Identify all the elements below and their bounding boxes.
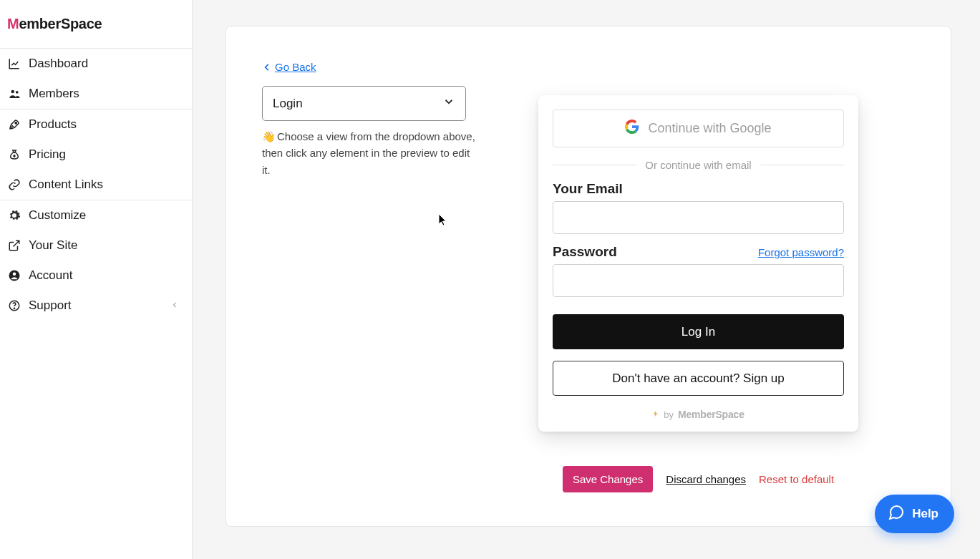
password-label: Password [553,244,617,260]
help-label: Help [912,507,938,521]
svg-point-6 [14,308,14,308]
card-footer: by MemberSpace [553,409,844,420]
sidebar-item-label: Your Site [29,238,77,253]
login-button[interactable]: Log In [553,314,844,349]
signup-button[interactable]: Don't have an account? Sign up [553,361,844,396]
gear-icon [7,208,21,223]
sidebar-item-support[interactable]: Support [0,291,192,321]
sidebar-item-label: Support [29,298,72,313]
nav-group-3: Customize Your Site Account Support [0,200,192,321]
sidebar-item-members[interactable]: Members [0,79,192,109]
sidebar-item-content-links[interactable]: Content Links [0,170,192,200]
go-back-label: Go Back [275,61,316,73]
chevron-down-icon [442,95,455,112]
sidebar-item-dashboard[interactable]: Dashboard [0,49,192,79]
sidebar-item-label: Account [29,268,72,283]
bolt-icon [652,409,659,420]
users-icon [7,87,21,101]
sidebar-item-your-site[interactable]: Your Site [0,230,192,261]
editor-panel: Go Back Login 👋Choose a view from the dr… [225,26,951,527]
reset-to-default-link[interactable]: Reset to default [759,473,834,485]
view-select-value: Login [273,97,303,111]
footer-by: by [664,409,674,420]
chevron-left-icon [170,298,179,313]
logo-text: MemberSpace [7,16,102,31]
chevron-left-icon [262,62,272,72]
svg-point-0 [11,90,15,94]
password-input[interactable] [553,264,844,297]
go-back-link[interactable]: Go Back [262,61,316,73]
google-button-label: Continue with Google [648,121,771,136]
save-changes-button[interactable]: Save Changes [563,466,653,492]
sidebar-item-products[interactable]: Products [0,110,192,140]
continue-with-google-button[interactable]: Continue with Google [553,110,844,147]
sidebar-item-account[interactable]: Account [0,261,192,291]
external-link-icon [7,238,21,253]
nav-group-1: Dashboard Members [0,48,192,109]
logo: MemberSpace [0,0,192,48]
help-circle-icon [7,298,21,313]
sidebar-item-label: Pricing [29,147,66,162]
google-icon [625,120,639,137]
help-button[interactable]: Help [875,495,954,533]
nav-group-2: Products Pricing Content Links [0,109,192,200]
login-preview-card: Continue with Google Or continue with em… [538,95,858,432]
helper-text: 👋Choose a view from the dropdown above, … [262,128,477,178]
divider: Or continue with email [553,159,844,171]
divider-text: Or continue with email [645,159,751,171]
footer-brand: MemberSpace [678,409,744,420]
sidebar-item-label: Content Links [29,178,103,192]
helper-text-body: Choose a view from the dropdown above, t… [262,130,475,176]
sidebar-item-label: Members [29,87,79,101]
svg-point-4 [13,273,16,276]
svg-point-1 [16,91,19,94]
link-icon [7,178,21,192]
svg-point-2 [15,122,16,124]
sidebar: MemberSpace Dashboard Members Products [0,0,193,559]
bottom-actions: Save Changes Discard changes Reset to de… [538,466,858,492]
forgot-password-link[interactable]: Forgot password? [758,246,844,258]
view-select[interactable]: Login [262,86,466,121]
email-input[interactable] [553,201,844,234]
sidebar-item-customize[interactable]: Customize [0,200,192,230]
sidebar-item-label: Dashboard [29,57,88,71]
chat-icon [888,504,905,525]
divider-line [760,165,844,165]
user-circle-icon [7,268,21,283]
sidebar-item-pricing[interactable]: Pricing [0,140,192,170]
email-label: Your Email [553,181,623,197]
divider-line [553,165,636,165]
rocket-icon [7,117,21,132]
main: Go Back Login 👋Choose a view from the dr… [193,0,980,559]
sidebar-item-label: Products [29,117,77,132]
discard-changes-link[interactable]: Discard changes [666,473,746,485]
chart-icon [7,57,21,71]
wave-emoji: 👋 [262,128,276,145]
sidebar-item-label: Customize [29,208,86,223]
money-bag-icon [7,147,21,162]
